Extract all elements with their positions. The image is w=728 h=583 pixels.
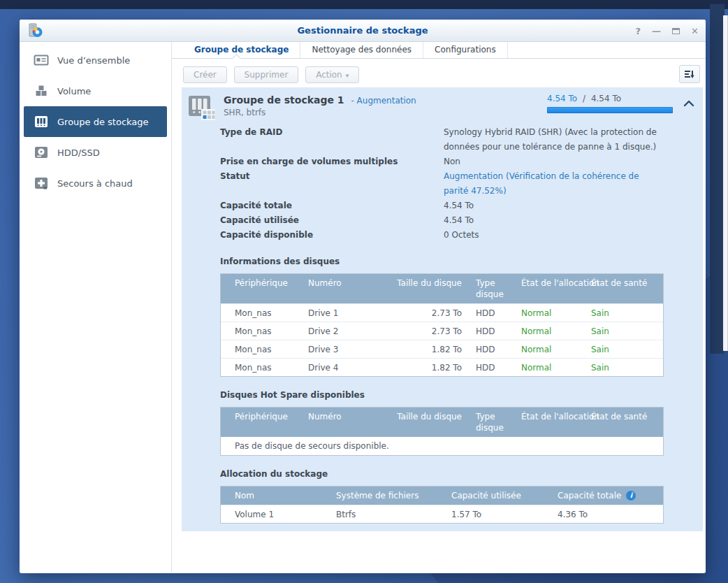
storage-manager-window: Gestionnaire de stockage ? — ✕ Vue d’ens… xyxy=(20,20,706,573)
table-row[interactable]: Volume 1 Btrfs 1.57 To 4.36 To xyxy=(221,505,663,523)
sidebar-item-volume[interactable]: Volume xyxy=(24,75,167,106)
table-header: Nom Système de fichiers Capacité utilisé… xyxy=(221,487,663,505)
capacity-block: 4.54 To / 4.54 To xyxy=(547,94,673,113)
capacity-total: 4.54 To xyxy=(591,94,621,103)
tab-storage-pool[interactable]: Groupe de stockage xyxy=(183,42,300,58)
sidebar-item-label: HDD/SSD xyxy=(57,147,100,158)
pool-title: Groupe de stockage 1 xyxy=(224,94,344,106)
capacity-bar xyxy=(547,107,673,113)
detail-row: Capacité totale 4.54 To xyxy=(220,199,703,213)
sidebar-item-label: Secours à chaud xyxy=(57,178,133,189)
tab-data-scrubbing[interactable]: Nettoyage des données xyxy=(300,42,423,58)
content-area: Groupe de stockage Nettoyage des données… xyxy=(172,42,706,573)
hot-spare-heading: Disques Hot Spare disponibles xyxy=(220,390,703,400)
sidebar-item-label: Vue d’ensemble xyxy=(57,55,130,66)
detail-row: Statut Augmentation (Vérification de la … xyxy=(220,169,703,199)
maximize-icon[interactable] xyxy=(672,28,680,34)
capacity-separator: / xyxy=(583,94,585,103)
table-row[interactable]: Mon_nas Drive 2 2.73 To HDD Normal Sain xyxy=(221,322,663,340)
disk-info-heading: Informations des disques xyxy=(220,257,703,266)
sort-icon xyxy=(684,69,695,79)
window-title: Gestionnaire de stockage xyxy=(20,20,706,42)
detail-row: Type de RAID Synology Hybrid RAID (SHR) … xyxy=(220,125,703,154)
overview-icon xyxy=(34,52,49,68)
help-icon[interactable]: ? xyxy=(636,27,641,36)
titlebar[interactable]: Gestionnaire de stockage ? — ✕ xyxy=(20,20,706,42)
table-header: Périphérique Numéro Taille du disque Typ… xyxy=(221,274,663,303)
pool-details: Type de RAID Synology Hybrid RAID (SHR) … xyxy=(220,125,703,243)
hot-spare-table: Périphérique Numéro Taille du disque Typ… xyxy=(220,407,664,456)
collapse-chevron-up-icon[interactable] xyxy=(683,99,694,108)
background-window-edge xyxy=(710,4,725,354)
sidebar: Vue d’ensemble Volume xyxy=(20,42,172,573)
capacity-used: 4.54 To xyxy=(547,94,577,103)
minimize-icon[interactable]: — xyxy=(652,27,661,36)
hot-spare-empty-message: Pas de disque de secours disponible. xyxy=(221,437,663,455)
background-window-sliver xyxy=(723,15,728,351)
storage-pool-panel: Groupe de stockage 1 - Augmentation SHR,… xyxy=(182,87,703,531)
tab-bar: Groupe de stockage Nettoyage des données… xyxy=(172,42,706,59)
disk-info-table: Périphérique Numéro Taille du disque Typ… xyxy=(220,273,664,377)
detail-row: Capacité utilisée 4.54 To xyxy=(220,213,703,228)
sidebar-item-hdd-ssd[interactable]: HDD/SSD xyxy=(24,137,167,168)
chevron-down-icon: ▾ xyxy=(346,72,349,79)
desktop-top-strip xyxy=(0,0,728,9)
toolbar: Créer Supprimer Action▾ xyxy=(172,59,706,87)
close-icon[interactable]: ✕ xyxy=(691,27,699,36)
volume-icon xyxy=(34,83,49,99)
hot-spare-icon xyxy=(34,175,49,191)
detail-row: Prise en charge de volumes multiples Non xyxy=(220,154,703,169)
table-row[interactable]: Mon_nas Drive 4 1.82 To HDD Normal Sain xyxy=(221,358,663,376)
sidebar-item-label: Volume xyxy=(57,86,91,96)
storage-pool-icon xyxy=(34,114,49,129)
delete-button[interactable]: Supprimer xyxy=(234,66,299,83)
pool-icon xyxy=(186,92,217,123)
allocation-heading: Allocation du stockage xyxy=(220,469,703,479)
detail-row: Capacité disponible 0 Octets xyxy=(220,228,703,243)
table-row[interactable]: Mon_nas Drive 1 2.73 To HDD Normal Sain xyxy=(221,303,663,322)
sidebar-item-hot-spare[interactable]: Secours à chaud xyxy=(24,168,167,199)
sidebar-item-label: Groupe de stockage xyxy=(57,117,149,127)
pool-status-tag: - Augmentation xyxy=(351,96,416,106)
sort-button[interactable] xyxy=(679,65,700,83)
tab-configurations[interactable]: Configurations xyxy=(423,42,508,58)
hdd-icon xyxy=(34,145,49,160)
allocation-table: Nom Système de fichiers Capacité utilisé… xyxy=(220,486,664,524)
create-button[interactable]: Créer xyxy=(183,66,227,83)
table-row[interactable]: Mon_nas Drive 3 1.82 To HDD Normal Sain xyxy=(221,340,663,358)
table-header: Périphérique Numéro Taille du disque Typ… xyxy=(221,408,663,437)
sidebar-item-storage-pool[interactable]: Groupe de stockage xyxy=(24,106,167,137)
pool-header: Groupe de stockage 1 - Augmentation SHR,… xyxy=(182,87,703,122)
sidebar-item-overview[interactable]: Vue d’ensemble xyxy=(24,45,167,75)
action-button[interactable]: Action▾ xyxy=(305,66,359,83)
info-icon[interactable]: i xyxy=(626,491,636,501)
